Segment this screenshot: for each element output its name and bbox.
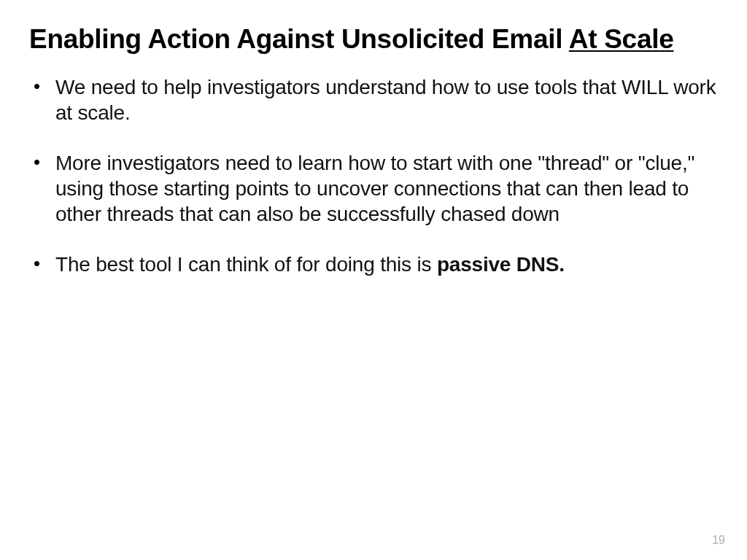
bullet-text: More investigators need to learn how to … xyxy=(55,152,694,225)
list-item: We need to help investigators understand… xyxy=(55,74,718,125)
bullet-text-bold: passive DNS. xyxy=(437,253,565,276)
list-item: More investigators need to learn how to … xyxy=(55,150,718,227)
slide-title: Enabling Action Against Unsolicited Emai… xyxy=(29,23,718,55)
bullet-list: We need to help investigators understand… xyxy=(29,74,718,277)
bullet-text: We need to help investigators understand… xyxy=(55,76,716,124)
bullet-text-prefix: The best tool I can think of for doing t… xyxy=(55,253,437,276)
list-item: The best tool I can think of for doing t… xyxy=(55,252,718,277)
title-prefix: Enabling Action Against Unsolicited Emai… xyxy=(29,24,569,54)
title-underlined: At Scale xyxy=(569,24,674,54)
slide: Enabling Action Against Unsolicited Emai… xyxy=(0,0,747,560)
page-number: 19 xyxy=(712,534,725,547)
